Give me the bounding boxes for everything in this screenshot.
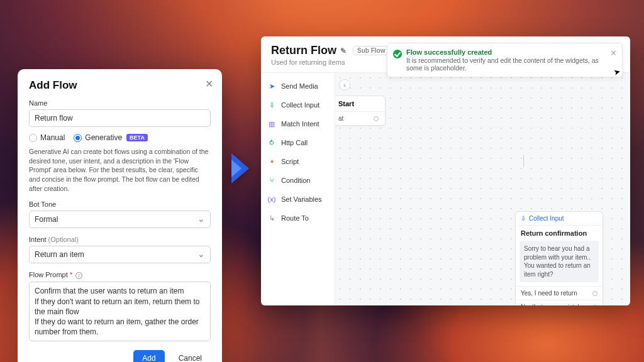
generative-help-text: Generative AI can create bot flows using…: [29, 147, 211, 193]
palette-item[interactable]: ➤Send Media: [261, 77, 335, 96]
palette-item[interactable]: ↳Route To: [261, 209, 335, 228]
add-button[interactable]: Add: [133, 350, 164, 362]
widget-icon: ➤: [267, 82, 276, 90]
cancel-button[interactable]: Cancel: [170, 350, 211, 362]
add-flow-modal: Add Flow ✕ Name Return flow Manual Gener…: [18, 69, 222, 362]
widget-icon: (x): [267, 195, 276, 204]
toast-description: It is recommended to verify and edit the…: [406, 57, 603, 72]
flow-title: Return Flow ✎ Sub Flow: [271, 44, 389, 57]
widget-palette: ➤Send Media⇩Collect Input▥Match Intent⥁H…: [261, 73, 335, 305]
toast-title: Flow successfully created: [406, 48, 603, 56]
flow-type-tag: Sub Flow: [353, 46, 389, 55]
name-label: Name: [29, 99, 211, 107]
mode-manual-radio[interactable]: Manual: [29, 133, 65, 142]
flow-canvas[interactable]: ‹ Start at ⇩Collect Input Return confirm…: [335, 73, 630, 305]
bot-tone-label: Bot Tone: [29, 200, 211, 208]
palette-item[interactable]: (x)Set Variables: [261, 190, 335, 209]
palette-item[interactable]: ✦Script: [261, 152, 335, 171]
port-icon[interactable]: [592, 305, 597, 306]
palette-item[interactable]: ⑂Condition: [261, 171, 335, 190]
success-toast: Flow successfully created It is recommen…: [387, 43, 623, 77]
start-node[interactable]: Start at: [335, 96, 386, 126]
widget-icon: ↳: [267, 214, 276, 222]
port-icon[interactable]: [374, 116, 379, 121]
collect-input-icon: ⇩: [521, 215, 526, 222]
beta-badge: BETA: [126, 134, 148, 141]
widget-icon: ✦: [267, 157, 276, 166]
intent-label: Intent (Optional): [29, 236, 211, 243]
check-icon: [393, 50, 402, 58]
info-icon[interactable]: i: [75, 272, 82, 279]
palette-item[interactable]: ⇩Collect Input: [261, 96, 335, 114]
collect-input-node-1[interactable]: ⇩Collect Input Return confirmation Sorry…: [515, 211, 603, 305]
palette-item[interactable]: ⥁Http Call: [261, 133, 335, 152]
intent-select[interactable]: Return an item: [29, 246, 211, 263]
transition-arrow-icon: [231, 153, 249, 184]
palette-item[interactable]: ▥Match Intent: [261, 114, 335, 133]
port-icon[interactable]: [592, 291, 597, 296]
flow-prompt-label: Flow Prompt * i: [29, 271, 211, 279]
collapse-palette-button[interactable]: ‹: [339, 79, 350, 90]
edit-title-icon[interactable]: ✎: [340, 47, 347, 55]
widget-icon: ⇩: [267, 101, 276, 109]
mode-generative-radio[interactable]: Generative BETA: [74, 133, 148, 142]
flow-subtitle: Used for returning items: [271, 58, 389, 66]
modal-title: Add Flow: [29, 79, 211, 92]
name-input[interactable]: Return flow: [29, 109, 211, 127]
widget-icon: ⑂: [267, 176, 276, 185]
widget-icon: ▥: [267, 119, 276, 128]
flow-editor-window: Return Flow ✎ Sub Flow Used for returnin…: [261, 36, 630, 305]
widget-icon: ⥁: [267, 138, 276, 147]
bot-tone-select[interactable]: Formal: [29, 211, 211, 228]
flow-prompt-textarea[interactable]: Confirm that the user wants to return an…: [29, 282, 211, 341]
close-icon[interactable]: ✕: [205, 78, 213, 90]
cursor-icon: ➤: [613, 67, 622, 77]
toast-close-icon[interactable]: ✕: [610, 48, 617, 58]
